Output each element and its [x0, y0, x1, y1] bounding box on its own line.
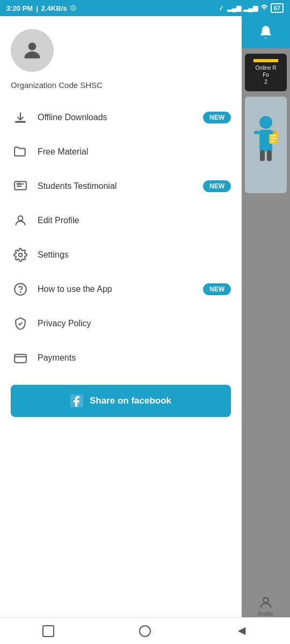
separator: |: [36, 4, 38, 12]
svg-rect-19: [267, 150, 272, 161]
android-back-button[interactable]: [236, 625, 248, 637]
svg-rect-7: [15, 355, 26, 363]
help-icon: [11, 280, 30, 299]
battery-icon: 67: [271, 3, 284, 13]
shield-icon: [11, 314, 30, 333]
menu-label-offline-downloads: Offline Downloads: [38, 113, 203, 122]
new-badge-students-testimonial: NEW: [203, 180, 231, 192]
org-code: Organization Code SHSC: [0, 80, 242, 100]
status-bar-right: ▂▄▆ ▂▄▆ 67: [218, 3, 284, 13]
menu-item-privacy-policy[interactable]: Privacy Policy: [0, 306, 242, 341]
svg-marker-21: [238, 627, 246, 635]
settings-icon: [11, 245, 30, 265]
svg-text:66: 66: [16, 181, 20, 186]
person-illustration: [250, 113, 282, 177]
signal-icon-2: ▂▄▆: [243, 4, 258, 12]
android-home-button[interactable]: [139, 625, 151, 637]
menu-label-students-testimonial: Students Testimonial: [38, 181, 203, 191]
chat-icon: 66: [11, 177, 30, 196]
notification-bell-area[interactable]: [242, 16, 290, 48]
profile-icon: [258, 595, 273, 610]
sidebar-drawer: Organization Code SHSC Offline Downloads…: [0, 16, 242, 644]
menu-item-how-to-use[interactable]: How to use the App NEW: [0, 272, 242, 306]
menu-item-free-material[interactable]: Free Material: [0, 135, 242, 169]
menu-item-students-testimonial[interactable]: 66 Students Testimonial NEW: [0, 169, 242, 203]
folder-icon: [11, 142, 30, 162]
new-badge-how-to-use: NEW: [203, 283, 231, 295]
status-bar-left: 3:20 PM | 2.4KB/s ☉: [6, 4, 76, 12]
facebook-icon: [70, 394, 83, 407]
svg-point-3: [18, 216, 23, 221]
android-nav-bar: [0, 617, 290, 644]
svg-point-20: [263, 598, 268, 603]
svg-point-9: [259, 116, 272, 129]
right-panel: Online RFo2: [242, 16, 290, 644]
menu-list: Offline Downloads NEW Free Material: [0, 100, 242, 375]
bell-icon[interactable]: [258, 25, 273, 40]
signal-icon: ▂▄▆: [227, 4, 242, 12]
menu-label-payments: Payments: [38, 353, 231, 363]
speed-label: 2.4KB/s: [41, 4, 67, 12]
menu-item-settings[interactable]: Settings: [0, 238, 242, 272]
menu-label-edit-profile: Edit Profile: [38, 216, 231, 225]
facebook-button-label: Share on facebook: [90, 396, 171, 406]
menu-label-how-to-use: How to use the App: [38, 284, 203, 294]
menu-label-privacy-policy: Privacy Policy: [38, 319, 231, 328]
wifi-icon: ☉: [70, 4, 76, 12]
time-label: 3:20 PM: [6, 4, 33, 12]
card-preview: Online RFo2: [245, 54, 287, 91]
card-icon: [11, 348, 30, 368]
new-badge-offline-downloads: NEW: [203, 112, 231, 123]
menu-item-edit-profile[interactable]: Edit Profile: [0, 203, 242, 238]
avatar-section: [0, 16, 242, 80]
profile-tab[interactable]: Profile: [258, 595, 273, 617]
svg-rect-16: [254, 131, 259, 134]
share-facebook-button[interactable]: Share on facebook: [11, 385, 231, 417]
svg-rect-17: [268, 131, 273, 134]
person-avatar-icon: [20, 39, 44, 62]
avatar: [11, 29, 54, 72]
status-bar: 3:20 PM | 2.4KB/s ☉ ▂▄▆ ▂▄▆ 67: [0, 0, 290, 16]
svg-rect-18: [260, 150, 265, 161]
menu-label-free-material: Free Material: [38, 147, 231, 157]
profile-tab-label: Profile: [258, 611, 273, 617]
person-icon: [11, 211, 30, 230]
svg-point-5: [15, 283, 26, 295]
download-icon: [11, 108, 30, 127]
android-recent-button[interactable]: [42, 625, 54, 637]
menu-item-offline-downloads[interactable]: Offline Downloads NEW: [0, 100, 242, 135]
menu-label-settings: Settings: [38, 250, 231, 260]
wifi-icon: [260, 4, 269, 12]
bottom-nav-right: Profile: [242, 595, 290, 617]
card-preview-text: Online RFo2: [253, 62, 279, 87]
svg-point-0: [28, 42, 37, 50]
bluetooth-icon: [218, 4, 225, 12]
menu-item-payments[interactable]: Payments: [0, 341, 242, 375]
svg-point-4: [19, 253, 23, 257]
illustration-area: [245, 97, 287, 193]
